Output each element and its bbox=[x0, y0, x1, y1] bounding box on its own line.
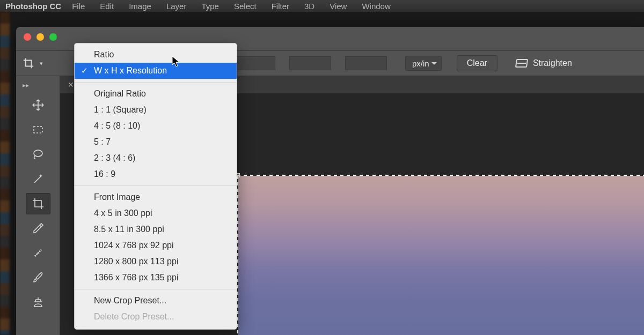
svg-point-2 bbox=[35, 255, 36, 256]
width-input[interactable] bbox=[233, 56, 275, 70]
lasso-tool[interactable] bbox=[26, 144, 50, 165]
dropdown-item-8p5x11in[interactable]: 8.5 x 11 in 300 ppi bbox=[75, 221, 237, 237]
dropdown-item-1366x768[interactable]: 1366 x 768 px 135 ppi bbox=[75, 270, 237, 286]
mouse-cursor-icon bbox=[172, 56, 181, 70]
dropdown-item-2-3[interactable]: 2 : 3 (4 : 6) bbox=[75, 150, 237, 166]
menu-select[interactable]: Select bbox=[234, 2, 257, 11]
dropdown-separator bbox=[75, 185, 237, 186]
dropdown-item-1-1[interactable]: 1 : 1 (Square) bbox=[75, 102, 237, 118]
crop-tool[interactable] bbox=[26, 193, 50, 214]
dropdown-separator bbox=[75, 82, 237, 83]
clear-button[interactable]: Clear bbox=[457, 55, 497, 71]
menu-view[interactable]: View bbox=[330, 2, 347, 11]
mac-menubar: Photoshop CC File Edit Image Layer Type … bbox=[0, 0, 644, 12]
dropdown-item-16-9[interactable]: 16 : 9 bbox=[75, 166, 237, 182]
straighten-label: Straighten bbox=[533, 58, 572, 68]
svg-point-4 bbox=[39, 251, 40, 252]
menu-3d[interactable]: 3D bbox=[304, 2, 314, 11]
height-input[interactable] bbox=[289, 56, 331, 70]
dropdown-item-4x5in[interactable]: 4 x 5 in 300 ppi bbox=[75, 205, 237, 221]
window-zoom-button[interactable] bbox=[49, 33, 57, 41]
dropdown-item-original-ratio[interactable]: Original Ratio bbox=[75, 86, 237, 102]
menu-file[interactable]: File bbox=[72, 2, 85, 11]
tools-panel: ▸▸ bbox=[16, 76, 60, 335]
window-minimize-button[interactable] bbox=[36, 33, 44, 41]
dropdown-item-1280x800[interactable]: 1280 x 800 px 113 ppi bbox=[75, 254, 237, 270]
crop-marquee-top[interactable] bbox=[237, 175, 644, 176]
app-window: ▾ ⇄ px/in Clear Straighten ✕ sd @ 100% (… bbox=[16, 27, 644, 335]
desktop: ▾ ⇄ px/in Clear Straighten ✕ sd @ 100% (… bbox=[0, 12, 644, 335]
straighten-icon bbox=[516, 59, 528, 68]
dropdown-item-delete-preset: Delete Crop Preset... bbox=[75, 309, 237, 325]
resolution-unit-select[interactable]: px/in bbox=[405, 56, 442, 71]
document-image bbox=[238, 176, 644, 335]
background-dock-blur bbox=[0, 12, 10, 335]
dropdown-item-new-preset[interactable]: New Crop Preset... bbox=[75, 293, 237, 309]
svg-rect-0 bbox=[34, 126, 42, 133]
marquee-tool[interactable] bbox=[26, 119, 50, 140]
crop-tool-icon[interactable] bbox=[20, 55, 36, 71]
brush-tool[interactable] bbox=[26, 267, 50, 288]
dropdown-separator bbox=[75, 289, 237, 289]
menu-edit[interactable]: Edit bbox=[100, 2, 114, 11]
dropdown-item-4-5[interactable]: 4 : 5 (8 : 10) bbox=[75, 118, 237, 134]
menu-image[interactable]: Image bbox=[129, 2, 151, 11]
window-close-button[interactable] bbox=[24, 33, 31, 41]
panel-expand-icon[interactable]: ▸▸ bbox=[16, 79, 60, 91]
straighten-button[interactable]: Straighten bbox=[516, 58, 572, 68]
dropdown-item-front-image[interactable]: Front Image bbox=[75, 189, 237, 205]
dropdown-item-ratio[interactable]: Ratio bbox=[75, 47, 237, 63]
chevron-down-icon[interactable]: ▾ bbox=[40, 60, 43, 67]
move-tool[interactable] bbox=[26, 94, 50, 116]
menu-filter[interactable]: Filter bbox=[272, 2, 289, 11]
menu-layer[interactable]: Layer bbox=[166, 2, 187, 11]
dropdown-item-5-7[interactable]: 5 : 7 bbox=[75, 134, 237, 150]
menu-type[interactable]: Type bbox=[201, 2, 219, 11]
dropdown-item-1024x768[interactable]: 1024 x 768 px 92 ppi bbox=[75, 237, 237, 254]
healing-brush-tool[interactable] bbox=[26, 242, 50, 264]
svg-point-1 bbox=[34, 150, 42, 157]
clone-stamp-tool[interactable] bbox=[26, 292, 50, 313]
window-traffic-lights bbox=[24, 33, 57, 41]
tab-close-icon[interactable]: ✕ bbox=[68, 80, 74, 89]
app-name: Photoshop CC bbox=[5, 2, 61, 11]
magic-wand-tool[interactable] bbox=[26, 168, 50, 190]
crop-preset-dropdown: Ratio W x H x Resolution Original Ratio … bbox=[74, 43, 237, 330]
crop-marquee-left[interactable] bbox=[237, 175, 238, 335]
dropdown-item-wxhxres[interactable]: W x H x Resolution bbox=[75, 63, 237, 79]
menu-window[interactable]: Window bbox=[362, 2, 390, 11]
eyedropper-tool[interactable] bbox=[26, 218, 50, 239]
svg-point-3 bbox=[37, 253, 38, 254]
resolution-input[interactable] bbox=[345, 56, 387, 70]
